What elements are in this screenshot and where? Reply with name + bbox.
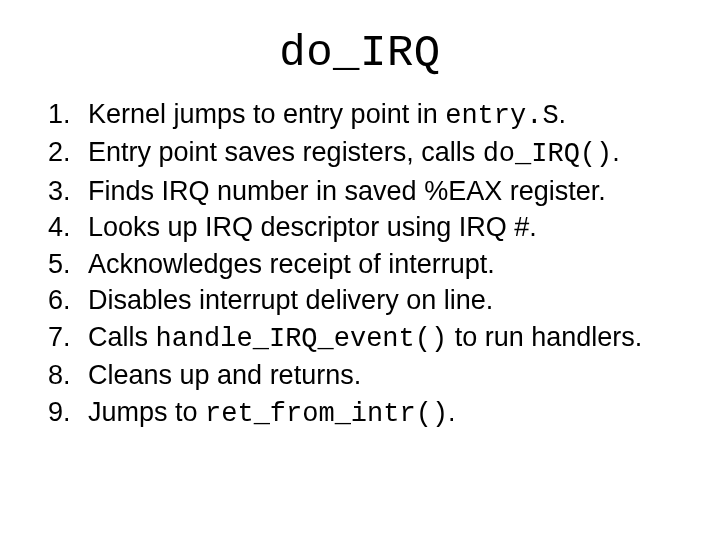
list-item-number: 2. [48, 134, 88, 170]
list-item: 9.Jumps to ret_from_intr(). [48, 394, 680, 432]
list-item: 6.Disables interrupt delivery on line. [48, 282, 680, 318]
list-item-text: Kernel jumps to entry point in entry.S. [88, 96, 680, 134]
list-item: 5.Acknowledges receipt of interrupt. [48, 246, 680, 282]
list-item-number: 3. [48, 173, 88, 209]
slide-title: do_IRQ [0, 28, 720, 78]
list-item: 8.Cleans up and returns. [48, 357, 680, 393]
list-item-number: 9. [48, 394, 88, 430]
list-item-text: Entry point saves registers, calls do_IR… [88, 134, 680, 172]
list-item-number: 8. [48, 357, 88, 393]
list-item-number: 4. [48, 209, 88, 245]
list-item-number: 6. [48, 282, 88, 318]
list-item-text: Jumps to ret_from_intr(). [88, 394, 680, 432]
list-item-text: Calls handle_IRQ_event() to run handlers… [88, 319, 680, 357]
list-item: 1.Kernel jumps to entry point in entry.S… [48, 96, 680, 134]
list-item-text: Looks up IRQ descriptor using IRQ #. [88, 209, 680, 245]
list-item-text: Cleans up and returns. [88, 357, 680, 393]
list-item: 7.Calls handle_IRQ_event() to run handle… [48, 319, 680, 357]
body-list: 1.Kernel jumps to entry point in entry.S… [48, 96, 680, 432]
list-item-number: 7. [48, 319, 88, 355]
list-item: 2.Entry point saves registers, calls do_… [48, 134, 680, 172]
list-item-text: Finds IRQ number in saved %EAX register. [88, 173, 680, 209]
list-item: 3.Finds IRQ number in saved %EAX registe… [48, 173, 680, 209]
list-item-text: Acknowledges receipt of interrupt. [88, 246, 680, 282]
list-item-number: 5. [48, 246, 88, 282]
slide: do_IRQ 1.Kernel jumps to entry point in … [0, 28, 720, 540]
list-item-text: Disables interrupt delivery on line. [88, 282, 680, 318]
list-item-number: 1. [48, 96, 88, 132]
list-item: 4.Looks up IRQ descriptor using IRQ #. [48, 209, 680, 245]
